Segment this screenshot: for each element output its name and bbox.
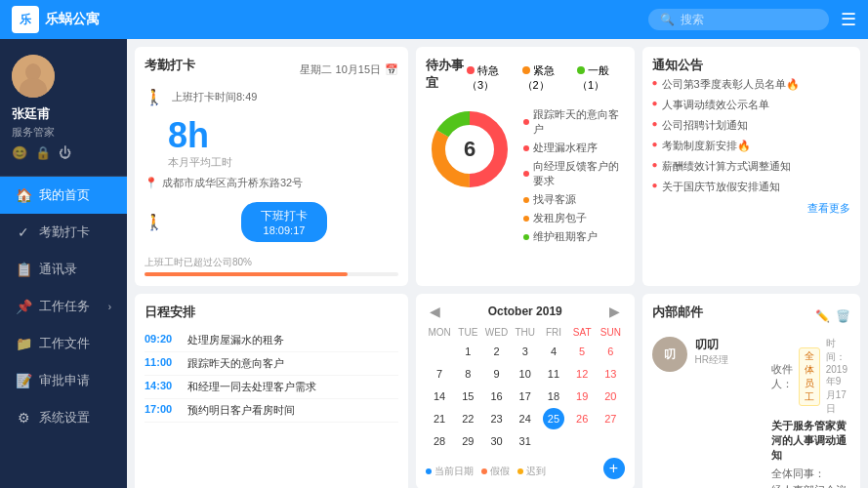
sidebar-item-label: 系统设置 [39,409,90,427]
logo-icon: 乐 [12,6,39,33]
cal-day-20[interactable]: 20 [599,386,621,407]
smiley-icon[interactable]: 😊 [12,145,27,160]
cal-day-29[interactable]: 29 [457,430,478,452]
bullet-icon: ● [652,159,658,170]
schedule-title: 日程安排 [145,305,195,319]
notice-item: ●薪酬绩效计算方式调整通知 [652,156,851,177]
add-schedule-button[interactable]: + [603,458,625,479]
user-role: 服务管家 [12,125,115,140]
cal-day-empty2 [543,430,564,452]
cal-day-25-today[interactable]: 25 [543,408,564,429]
power-icon[interactable]: ⏻ [59,145,71,160]
mail-delete-icon[interactable]: 🗑️ [836,309,850,323]
day-header-fri: FRI [540,325,567,340]
sidebar-item-tasks[interactable]: 📌 工作任务 › [0,288,127,325]
cal-day-15[interactable]: 15 [457,386,478,407]
list-item: 17:00 预约明日客户看房时间 [145,399,398,423]
check-icon: ✓ [16,224,31,240]
cal-day-3[interactable]: 3 [515,341,536,362]
mail-edit-icon[interactable]: ✏️ [815,309,830,323]
sidebar-item-home[interactable]: 🏠 我的首页 [0,177,127,214]
cal-day-1[interactable]: 1 [457,341,478,362]
cal-day-30[interactable]: 30 [486,430,508,452]
sidebar-item-settings[interactable]: ⚙ 系统设置 [0,399,127,436]
checkout-button[interactable]: 下班打卡 18:09:17 [241,202,327,242]
legend-today-dot [426,468,432,474]
attendance-title: 考勤打卡 [145,57,195,74]
lock-icon[interactable]: 🔒 [35,145,51,160]
list-item: 向经理反馈客户的要求 [523,157,625,190]
cal-day-4[interactable]: 4 [543,341,564,362]
cal-day-8[interactable]: 8 [457,363,478,385]
search-icon: 🔍 [660,13,675,26]
progress-label: 上班工时已超过公司80% [145,256,398,269]
location: 📍 成都市成华区高升桥东路32号 [145,176,398,190]
body: 张廷甫 服务管家 😊 🔒 ⏻ 🏠 我的首页 ✓ 考勤打卡 📋 [0,39,868,488]
calendar-prev-button[interactable]: ◀ [426,304,444,319]
cal-day-empty4 [599,430,621,452]
progress-bar [145,272,398,276]
cal-day-17[interactable]: 17 [515,386,536,407]
cal-day-14[interactable]: 14 [429,386,450,407]
search-input[interactable] [681,13,817,26]
cal-day-16[interactable]: 16 [486,386,508,407]
sidebar-item-contacts[interactable]: 📋 通讯录 [0,251,127,288]
notice-item: ●人事调动绩效公示名单 [652,95,851,115]
cal-day-24[interactable]: 24 [515,408,536,429]
cal-day-22[interactable]: 22 [457,408,478,429]
cal-day-21[interactable]: 21 [429,408,450,429]
sidebar-item-attendance[interactable]: ✓ 考勤打卡 [0,214,127,251]
cal-day-7[interactable]: 7 [429,363,450,385]
day-header-sun: SUN [597,325,624,340]
sidebar-item-files[interactable]: 📁 工作文件 [0,325,127,362]
calendar-next-button[interactable]: ▶ [605,304,624,319]
calendar-title: October 2019 [488,305,562,318]
cal-day-6[interactable]: 6 [599,341,621,362]
bullet-icon: ● [652,77,658,88]
cal-day-12[interactable]: 12 [571,363,593,385]
menu-icon[interactable]: ☰ [841,9,856,30]
cal-day-11[interactable]: 11 [543,363,564,385]
cal-day-empty [429,341,450,362]
notice-card: 通知公告 ●公司第3季度表彰人员名单🔥 ●人事调动绩效公示名单 ●公司招聘计划通… [642,47,861,286]
list-item: 09:20 处理房屋漏水的租务 [145,329,398,352]
cal-day-28[interactable]: 28 [429,430,450,452]
header: 乐 乐蜗公寓 🔍 ☰ [0,0,868,39]
sidebar-item-label: 考勤打卡 [39,224,90,241]
cal-day-23[interactable]: 23 [486,408,508,429]
cal-day-empty3 [571,430,593,452]
list-item: 处理漏水程序 [523,139,625,157]
mail-receiver-row: 收件人： 全体员工 时间：2019年9月17日 [771,337,851,416]
cal-day-18[interactable]: 18 [543,386,564,407]
search-box[interactable]: 🔍 [648,9,829,30]
cal-day-9[interactable]: 9 [486,363,508,385]
cal-day-27[interactable]: 27 [599,408,621,429]
walk-checkout-icon: 🚶 [145,213,164,231]
calendar-legend: 当前日期 假假 迟到 [426,465,546,478]
receiver-label: 收件人： [771,362,793,391]
legend-late-dot [517,468,523,474]
main: 考勤打卡 星期二 10月15日 📅 🚶 上班打卡时间8:49 8h 本月平均工时 [127,39,868,488]
cal-day-10[interactable]: 10 [515,363,536,385]
cal-day-19[interactable]: 19 [571,386,593,407]
list-item: 发租房包子 [523,209,625,227]
cal-day-26[interactable]: 26 [571,408,593,429]
legend-holiday-dot [481,468,487,474]
receiver-tag: 全体员工 [799,347,820,406]
notice-more-link[interactable]: 查看更多 [652,201,851,216]
todo-donut: 6 [426,105,514,193]
cal-day-13[interactable]: 13 [599,363,621,385]
sidebar-item-approvals[interactable]: 📝 审批申请 [0,362,127,399]
cal-day-5[interactable]: 5 [571,341,593,362]
cal-day-2[interactable]: 2 [486,341,508,362]
user-profile: 张廷甫 服务管家 😊 🔒 ⏻ [0,39,127,177]
donut-center-number: 6 [464,137,475,162]
location-icon: 📍 [145,177,158,189]
logo-text: 乐蜗公寓 [45,11,100,28]
mail-time: 时间：2019年9月17日 [826,337,850,416]
mail-actions: ✏️ 🗑️ [815,309,850,323]
sender-title: HR经理 [695,353,764,367]
cal-day-31[interactable]: 31 [515,430,536,452]
legend-urgent: 特急（3） [467,63,514,93]
day-header-wed: WED [482,325,510,340]
